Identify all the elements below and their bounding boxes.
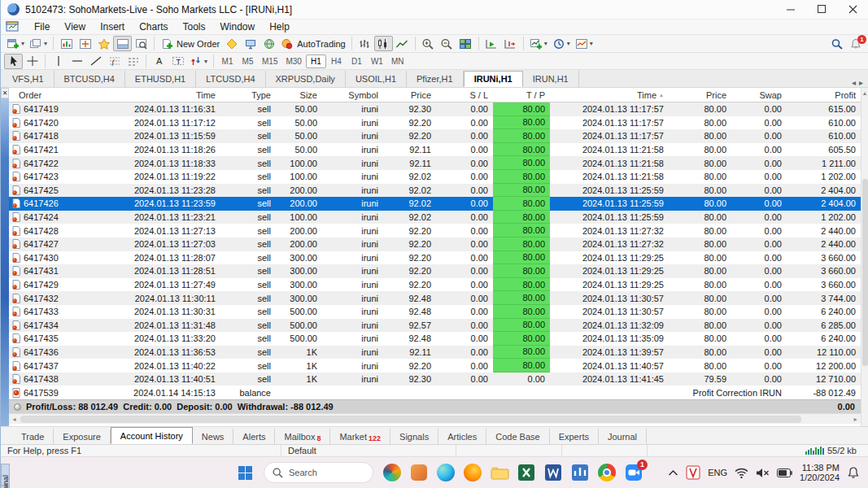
table-row[interactable]: 64174332024.01.13 11:30:31sell500.00irun… bbox=[9, 305, 861, 319]
timeframe-m5[interactable]: M5 bbox=[238, 54, 258, 68]
table-row[interactable]: 64174372024.01.13 11:40:22sell1Kiruni92.… bbox=[9, 359, 861, 373]
start-button[interactable] bbox=[231, 459, 259, 486]
auto-scroll-button[interactable] bbox=[482, 36, 501, 51]
horizontal-line-button[interactable] bbox=[68, 54, 86, 69]
arrows-button[interactable]: ▾ bbox=[187, 54, 210, 69]
chart-tab-xrpusd-daily[interactable]: XRPUSD,Daily bbox=[266, 71, 346, 87]
menu-view[interactable]: View bbox=[57, 20, 93, 34]
widgets-icon[interactable] bbox=[382, 462, 403, 483]
candlestick-chart-button[interactable] bbox=[374, 36, 393, 51]
table-row[interactable]: 64174192024.01.13 11:16:31sell50.00iruni… bbox=[9, 102, 861, 116]
terminal-tab-market[interactable]: Market122 bbox=[330, 429, 390, 444]
table-row[interactable]: 64174302024.01.13 11:28:07sell300.00irun… bbox=[9, 251, 861, 265]
terminal-tab-news[interactable]: News bbox=[193, 429, 234, 444]
terminal-tab-articles[interactable]: Articles bbox=[438, 429, 486, 444]
column-header-order[interactable]: Order bbox=[9, 88, 90, 102]
timeframe-m30[interactable]: M30 bbox=[281, 54, 305, 68]
scroll-left-icon[interactable]: ◂ bbox=[9, 414, 20, 424]
tray-expand-icon[interactable] bbox=[668, 469, 678, 477]
terminal-tab-journal[interactable]: Journal bbox=[599, 429, 647, 444]
column-header-tp[interactable]: T / P bbox=[493, 88, 550, 102]
metatrader-icon[interactable] bbox=[569, 462, 591, 483]
scroll-up-icon[interactable]: ▲ bbox=[861, 88, 868, 98]
word-icon[interactable] bbox=[543, 462, 564, 483]
menu-charts[interactable]: Charts bbox=[132, 20, 175, 34]
vertical-scroll-thumb[interactable] bbox=[862, 179, 868, 366]
trendline-button[interactable] bbox=[86, 54, 105, 69]
table-row[interactable]: 64174362024.01.13 11:36:53sell1Kiruni92.… bbox=[9, 346, 861, 359]
table-row[interactable]: 64174342024.01.13 11:31:48sell500.00irun… bbox=[9, 319, 861, 333]
menu-file[interactable]: File bbox=[27, 20, 57, 34]
table-row[interactable]: 64174322024.01.13 11:30:11sell300.00irun… bbox=[9, 291, 861, 305]
levels-button[interactable] bbox=[124, 54, 142, 69]
vps-button[interactable] bbox=[241, 36, 260, 51]
autotrading-button[interactable]: AutoTrading bbox=[278, 36, 348, 51]
tray-app-icon[interactable] bbox=[686, 465, 700, 480]
table-row[interactable]: 64174252024.01.13 11:23:28sell200.00irun… bbox=[9, 184, 861, 198]
balance-row[interactable]: 64175392024.01.14 14:15:13balanceProfit … bbox=[9, 386, 861, 399]
column-header-close_time[interactable]: Time▲ bbox=[550, 88, 669, 102]
edge-icon[interactable] bbox=[435, 462, 456, 483]
column-header-size[interactable]: Size bbox=[276, 88, 322, 102]
excel-icon[interactable] bbox=[516, 462, 537, 483]
table-row[interactable]: 64174272024.01.13 11:27:03sell200.00irun… bbox=[9, 237, 861, 251]
horizontal-scrollbar[interactable]: ◂ ▸ bbox=[9, 413, 861, 424]
notifications-button[interactable]: 1 bbox=[846, 36, 865, 51]
volume-muted-icon[interactable] bbox=[756, 468, 770, 478]
data-window-button[interactable] bbox=[76, 36, 94, 51]
indicators-button[interactable]: ▾ bbox=[527, 36, 550, 51]
timeframe-h4[interactable]: H4 bbox=[326, 54, 347, 68]
metaeditor-button[interactable] bbox=[222, 36, 241, 51]
column-header-profit[interactable]: Profit bbox=[787, 88, 861, 102]
maximize-button[interactable] bbox=[806, 0, 837, 20]
terminal-vertical-tab[interactable]: Terminal bbox=[1, 464, 10, 488]
text-button[interactable]: A bbox=[150, 54, 168, 69]
table-row[interactable]: 64174292024.01.13 11:27:49sell300.00irun… bbox=[9, 278, 861, 292]
line-chart-button[interactable] bbox=[393, 36, 412, 51]
column-header-open_time[interactable]: Time bbox=[90, 88, 220, 102]
column-header-type[interactable]: Type bbox=[220, 88, 276, 102]
tile-windows-button[interactable] bbox=[456, 36, 475, 51]
bar-chart-button[interactable] bbox=[355, 36, 374, 51]
toolbar-search-button[interactable] bbox=[827, 36, 846, 51]
timeframe-mn[interactable]: MN bbox=[387, 54, 408, 68]
launcher-icon[interactable] bbox=[408, 462, 430, 483]
zoom-out-button[interactable] bbox=[438, 36, 456, 51]
fibonacci-button[interactable]: f bbox=[105, 54, 124, 69]
language-indicator[interactable]: ENG bbox=[708, 468, 727, 477]
timeframe-w1[interactable]: W1 bbox=[367, 54, 387, 68]
vertical-scrollbar[interactable]: ▲ bbox=[861, 88, 868, 426]
terminal-tab-code-base[interactable]: Code Base bbox=[486, 429, 549, 444]
zoom-icon[interactable]: 1 bbox=[623, 462, 644, 483]
terminal-button[interactable] bbox=[113, 36, 132, 51]
firefox-icon[interactable] bbox=[462, 462, 483, 483]
column-header-close_price[interactable]: Price bbox=[669, 88, 731, 102]
table-row[interactable]: 64174312024.01.13 11:28:51sell300.00irun… bbox=[9, 264, 861, 278]
table-row[interactable]: 64174352024.01.13 11:33:20sell500.00irun… bbox=[9, 332, 861, 346]
terminal-tab-experts[interactable]: Experts bbox=[550, 429, 599, 444]
menu-window[interactable]: Window bbox=[213, 20, 263, 34]
strategy-tester-button[interactable] bbox=[132, 36, 150, 51]
notification-bell-icon[interactable] bbox=[847, 466, 860, 479]
column-header-open_price[interactable]: Price bbox=[383, 88, 436, 102]
new-chart-button[interactable]: ▾ bbox=[4, 36, 27, 51]
table-row[interactable]: 64174202024.01.13 11:17:12sell50.00iruni… bbox=[9, 116, 861, 130]
cursor-button[interactable] bbox=[4, 54, 23, 69]
panel-close-icon[interactable]: ✕ bbox=[1, 88, 9, 98]
label-button[interactable]: T bbox=[168, 54, 187, 69]
table-row[interactable]: 64174232024.01.13 11:19:22sell100.00irun… bbox=[9, 170, 861, 184]
timeframe-m1[interactable]: M1 bbox=[217, 54, 238, 68]
table-row[interactable]: 64174382024.01.13 11:40:51sell1Kiruni92.… bbox=[9, 373, 861, 386]
terminal-tab-mailbox[interactable]: Mailbox8 bbox=[275, 429, 330, 444]
table-row[interactable]: 64174182024.01.13 11:15:59sell50.00iruni… bbox=[9, 129, 861, 143]
timeframe-d1[interactable]: D1 bbox=[347, 54, 367, 68]
periods-button[interactable]: ▾ bbox=[550, 36, 573, 51]
chart-tab-usoil-h1[interactable]: USOIL,H1 bbox=[346, 71, 407, 87]
column-header-sl[interactable]: S / L bbox=[436, 88, 493, 102]
timeframe-h1[interactable]: H1 bbox=[306, 54, 326, 68]
menu-insert[interactable]: Insert bbox=[93, 20, 132, 34]
wifi-icon[interactable] bbox=[735, 468, 748, 478]
chrome-icon[interactable] bbox=[596, 462, 617, 483]
chart-tab-irun-h1[interactable]: IRUN,H1 bbox=[523, 71, 579, 87]
terminal-tab-trade[interactable]: Trade bbox=[12, 429, 54, 444]
